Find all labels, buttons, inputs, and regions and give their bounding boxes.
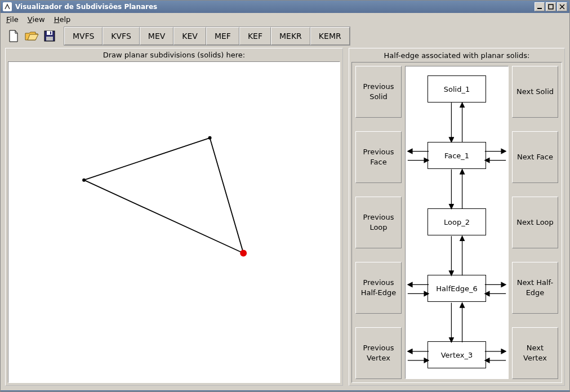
open-file-icon[interactable] [24,29,39,43]
file-iconbar [4,26,59,46]
op-mev[interactable]: MEV [140,27,174,45]
titlebar: Visualizador de Subdivisões Planares [1,1,569,13]
menu-file[interactable]: File [4,14,21,25]
prev-vertex-button[interactable]: Previous Vertex [355,327,402,379]
halfedge-body: Previous Solid Previous Face Previous Lo… [351,62,562,383]
window-controls [535,2,567,11]
window-title: Visualizador de Subdivisões Planares [15,3,157,11]
svg-point-9 [208,136,212,140]
op-mef[interactable]: MEF [206,27,239,45]
svg-point-11 [240,250,247,256]
toolbar: MVFS KVFS MEV KEV MEF KEF MEKR KEMR [1,25,569,48]
euler-op-buttons: MVFS KVFS MEV KEV MEF KEF MEKR KEMR [64,26,350,46]
menubar: File View Help [1,13,569,25]
halfedge-panel: Half-edge associated with planar solids:… [349,48,565,386]
menu-view[interactable]: View [25,14,47,25]
op-mekr[interactable]: MEKR [271,27,310,45]
next-vertex-button[interactable]: Next Vertex [512,327,558,379]
svg-rect-7 [46,37,53,41]
app-icon [3,2,12,11]
prev-face-button[interactable]: Previous Face [355,131,402,183]
maximize-button[interactable] [546,2,556,11]
prev-halfedge-button[interactable]: Previous Half-Edge [355,262,402,314]
op-kvfs[interactable]: KVFS [103,27,139,45]
halfedge-graph: Solid_1 Face_1 Loop_2 HalfEdge_6 Vertex_… [405,66,509,379]
workarea: Draw planar subdivisions (solids) here: … [1,48,569,390]
svg-rect-5 [47,31,52,35]
op-kemr[interactable]: KEMR [310,27,350,45]
prev-nav-column: Previous Solid Previous Face Previous Lo… [355,66,402,379]
svg-marker-8 [84,138,243,253]
close-button[interactable] [557,2,567,11]
op-mvfs[interactable]: MVFS [64,27,103,45]
next-nav-column: Next Solid Next Face Next Loop Next Half… [512,66,558,379]
menu-help[interactable]: Help [52,14,73,25]
prev-solid-button[interactable]: Previous Solid [355,66,402,118]
next-halfedge-button[interactable]: Next Half-Edge [512,262,558,314]
save-file-icon[interactable] [42,29,57,43]
svg-rect-1 [549,5,553,9]
drawing-panel-header: Draw planar subdivisions (solids) here: [6,48,342,61]
new-file-icon[interactable] [6,29,21,43]
op-kev[interactable]: KEV [173,27,206,45]
prev-loop-button[interactable]: Previous Loop [355,197,402,248]
svg-point-10 [82,179,86,182]
svg-rect-6 [50,32,51,34]
op-kef[interactable]: KEF [239,27,271,45]
drawing-panel: Draw planar subdivisions (solids) here: [5,48,343,386]
next-solid-button[interactable]: Next Solid [512,66,558,118]
drawing-canvas[interactable] [8,61,340,383]
next-face-button[interactable]: Next Face [512,131,558,183]
next-loop-button[interactable]: Next Loop [512,197,558,248]
minimize-button[interactable] [535,2,545,11]
halfedge-panel-header: Half-edge associated with planar solids: [349,48,564,62]
